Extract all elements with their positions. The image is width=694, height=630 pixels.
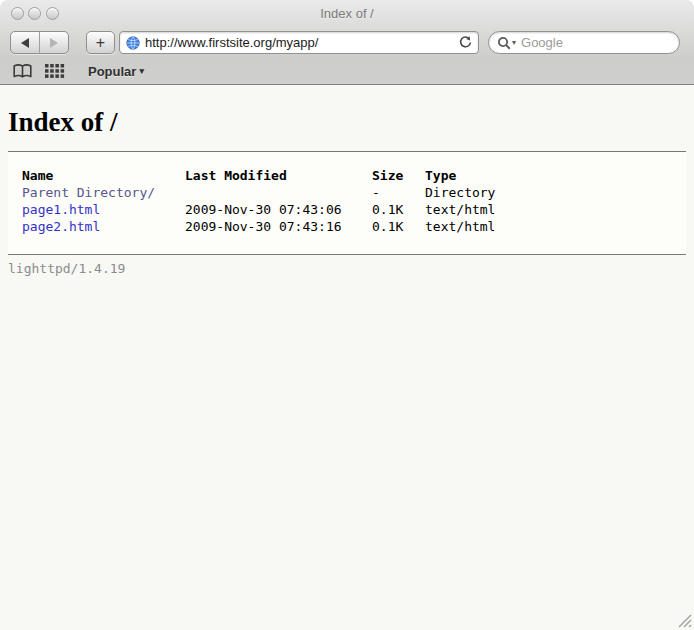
forward-arrow-icon [50, 38, 58, 48]
page2-link[interactable]: page2.html [22, 219, 100, 234]
page-title: Index of / [8, 107, 686, 138]
parent-directory-link[interactable]: Parent Directory/ [22, 185, 155, 200]
top-sites-button[interactable] [45, 59, 65, 83]
cell-last-modified: 2009-Nov-30 07:43:06 [185, 201, 372, 218]
cell-size: 0.1K [372, 201, 425, 218]
table-row: page2.html 2009-Nov-30 07:43:16 0.1K tex… [22, 218, 495, 235]
resize-handle[interactable] [676, 612, 692, 628]
header-type: Type [425, 167, 495, 184]
back-button[interactable] [11, 32, 40, 53]
browser-window: Index of / + [0, 0, 694, 630]
header-last-modified: Last Modified [185, 167, 372, 184]
table-row: Parent Directory/ - Directory [22, 184, 495, 201]
cell-type: text/html [425, 201, 495, 218]
grid-icon [45, 64, 65, 78]
plus-icon: + [96, 35, 105, 51]
cell-last-modified [185, 184, 372, 201]
zoom-button[interactable] [46, 7, 59, 20]
chevron-down-icon: ▾ [139, 66, 144, 76]
server-version-footer: lighttpd/1.4.19 [8, 261, 686, 276]
bookmark-folder-popular[interactable]: Popular ▾ [88, 59, 144, 83]
cell-type: Directory [425, 184, 495, 201]
address-bar [119, 31, 479, 54]
search-bar: ▾ [488, 31, 680, 54]
header-size: Size [372, 167, 425, 184]
cell-type: text/html [425, 218, 495, 235]
add-bookmark-button[interactable]: + [86, 31, 115, 54]
forward-button[interactable] [40, 32, 68, 53]
reload-icon[interactable] [459, 36, 472, 49]
table-row: page1.html 2009-Nov-30 07:43:06 0.1K tex… [22, 201, 495, 218]
page-viewport: Index of / Name Last Modified Size Type … [0, 85, 694, 630]
minimize-button[interactable] [28, 7, 41, 20]
directory-listing: Name Last Modified Size Type Parent Dire… [8, 151, 686, 255]
close-button[interactable] [11, 7, 24, 20]
search-input[interactable] [516, 33, 671, 52]
cell-size: 0.1K [372, 218, 425, 235]
cell-last-modified: 2009-Nov-30 07:43:16 [185, 218, 372, 235]
popular-label: Popular [88, 64, 136, 79]
nav-buttons [10, 31, 69, 54]
table-header-row: Name Last Modified Size Type [22, 167, 495, 184]
window-chrome: Index of / + [0, 0, 694, 85]
header-name: Name [22, 167, 185, 184]
url-input[interactable] [140, 33, 459, 52]
back-arrow-icon [21, 38, 29, 48]
cell-size: - [372, 184, 425, 201]
directory-table: Name Last Modified Size Type Parent Dire… [22, 167, 495, 235]
magnifier-icon[interactable] [497, 36, 511, 50]
globe-icon [126, 36, 140, 50]
window-title: Index of / [70, 6, 624, 21]
page1-link[interactable]: page1.html [22, 202, 100, 217]
open-book-icon [12, 63, 33, 79]
show-bookmarks-button[interactable] [12, 59, 33, 83]
